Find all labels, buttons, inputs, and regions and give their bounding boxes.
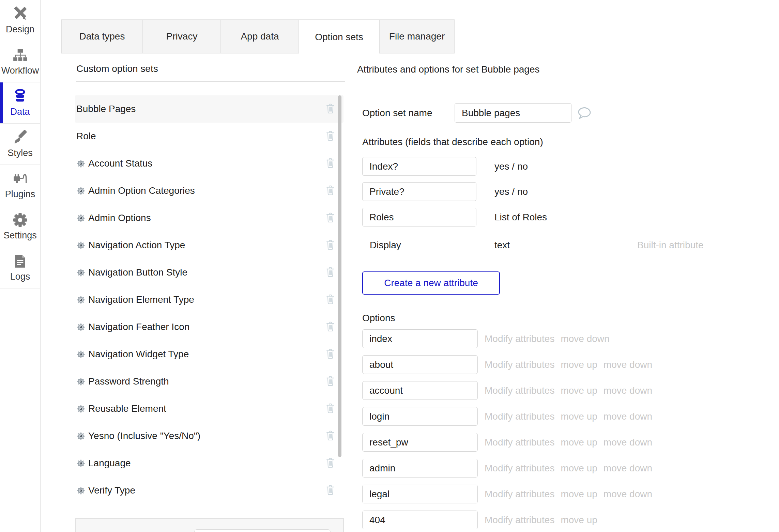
option-action-move-up[interactable]: move up bbox=[561, 437, 597, 448]
option-set-row[interactable]: Navigation Action Type bbox=[75, 232, 343, 259]
option-action-move-down[interactable]: move down bbox=[604, 385, 652, 396]
tab-privacy[interactable]: Privacy bbox=[143, 19, 221, 53]
option-action-move-up[interactable]: move up bbox=[561, 463, 597, 474]
sidebar-item-plugins[interactable]: Plugins bbox=[0, 165, 40, 206]
option-set-row[interactable]: Yesno (Inclusive "Yes/No") bbox=[75, 422, 343, 450]
sidebar-item-styles[interactable]: Styles bbox=[0, 124, 40, 165]
attribute-name-input[interactable] bbox=[362, 182, 476, 201]
trash-icon[interactable] bbox=[325, 321, 335, 333]
option-action-move-up[interactable]: move up bbox=[561, 359, 597, 370]
option-action-move-down[interactable]: move down bbox=[604, 463, 652, 474]
trash-icon[interactable] bbox=[325, 375, 335, 388]
option-set-row[interactable]: Admin Options bbox=[75, 204, 343, 232]
option-set-row[interactable]: Navigation Button Style bbox=[75, 259, 343, 286]
sidebar-item-workflow[interactable]: Workflow bbox=[0, 41, 40, 82]
gear-icon bbox=[76, 377, 86, 386]
option-action-move-up[interactable]: move up bbox=[561, 385, 597, 396]
option-action-move-down[interactable]: move down bbox=[604, 437, 652, 448]
attribute-name-label: Display bbox=[362, 240, 476, 251]
data-tab-strip: Data typesPrivacyApp dataOption setsFile… bbox=[41, 19, 779, 54]
attribute-name-input[interactable] bbox=[362, 157, 476, 176]
attribute-row: DisplaytextBuilt-in attribute bbox=[362, 236, 779, 254]
gear-icon bbox=[76, 486, 86, 495]
option-action-modify-attributes[interactable]: Modify attributes bbox=[485, 515, 554, 526]
option-value-input[interactable] bbox=[362, 485, 478, 503]
option-set-list-scrollbar[interactable] bbox=[338, 95, 341, 457]
option-action-move-down[interactable]: move down bbox=[604, 411, 652, 422]
gear-icon bbox=[76, 295, 86, 304]
attribute-row: List of Roles bbox=[362, 208, 779, 226]
trash-icon[interactable] bbox=[325, 430, 335, 442]
option-action-modify-attributes[interactable]: Modify attributes bbox=[485, 333, 554, 344]
option-value-input[interactable] bbox=[362, 329, 478, 348]
new-option-set-input[interactable] bbox=[194, 529, 331, 532]
option-action-modify-attributes[interactable]: Modify attributes bbox=[485, 489, 554, 500]
sidebar-item-settings[interactable]: Settings bbox=[0, 206, 40, 247]
option-row: Modify attributesmove upmove down bbox=[362, 381, 779, 400]
option-set-row[interactable]: Language bbox=[75, 450, 343, 477]
option-set-row[interactable]: Reusable Element bbox=[75, 395, 343, 422]
option-action-modify-attributes[interactable]: Modify attributes bbox=[485, 463, 554, 474]
option-set-row[interactable]: Admin Option Categories bbox=[75, 177, 343, 204]
design-icon bbox=[12, 6, 28, 22]
sidebar-item-design[interactable]: Design bbox=[0, 0, 40, 41]
option-action-move-down[interactable]: move down bbox=[561, 333, 609, 344]
option-action-modify-attributes[interactable]: Modify attributes bbox=[485, 411, 554, 422]
option-row: Modify attributesmove upmove down bbox=[362, 459, 779, 478]
option-actions: Modify attributesmove upmove down bbox=[485, 385, 652, 396]
option-action-move-up[interactable]: move up bbox=[561, 411, 597, 422]
attribute-row: yes / no bbox=[362, 182, 779, 201]
trash-icon[interactable] bbox=[325, 157, 335, 170]
option-action-move-up[interactable]: move up bbox=[561, 489, 597, 500]
trash-icon[interactable] bbox=[325, 130, 335, 143]
trash-icon[interactable] bbox=[325, 403, 335, 415]
option-action-modify-attributes[interactable]: Modify attributes bbox=[485, 359, 554, 370]
option-set-label: Password Strength bbox=[88, 376, 169, 387]
attribute-name-input[interactable] bbox=[362, 208, 476, 226]
tab-file-manager[interactable]: File manager bbox=[379, 19, 455, 53]
option-value-input[interactable] bbox=[362, 407, 478, 426]
create-attribute-button[interactable]: Create a new attribute bbox=[362, 271, 500, 295]
trash-icon[interactable] bbox=[325, 266, 335, 279]
sidebar-item-logs[interactable]: Logs bbox=[0, 247, 40, 288]
logs-icon bbox=[12, 253, 28, 269]
option-row: Modify attributesmove down bbox=[362, 329, 779, 348]
option-action-modify-attributes[interactable]: Modify attributes bbox=[485, 437, 554, 448]
option-action-modify-attributes[interactable]: Modify attributes bbox=[485, 385, 554, 396]
sidebar-item-label: Logs bbox=[10, 271, 30, 282]
tab-option-sets[interactable]: Option sets bbox=[299, 19, 379, 54]
trash-icon[interactable] bbox=[325, 103, 335, 115]
option-set-row[interactable]: Verify Type bbox=[75, 477, 343, 504]
trash-icon[interactable] bbox=[325, 212, 335, 224]
trash-icon[interactable] bbox=[325, 457, 335, 470]
option-set-row[interactable]: Role bbox=[75, 123, 343, 150]
option-set-row[interactable]: Bubble Pages bbox=[75, 95, 343, 123]
option-value-input[interactable] bbox=[362, 511, 478, 529]
option-set-row[interactable]: Password Strength bbox=[75, 368, 343, 395]
right-heading-rule bbox=[357, 82, 779, 82]
option-value-input[interactable] bbox=[362, 459, 478, 478]
trash-icon[interactable] bbox=[325, 294, 335, 306]
option-set-label: Navigation Button Style bbox=[88, 267, 187, 278]
comment-icon[interactable] bbox=[577, 106, 592, 123]
option-value-input[interactable] bbox=[362, 355, 478, 374]
option-actions: Modify attributesmove upmove down bbox=[485, 489, 652, 500]
option-set-row[interactable]: Navigation Element Type bbox=[75, 286, 343, 313]
sidebar-item-data[interactable]: Data bbox=[0, 82, 40, 124]
trash-icon[interactable] bbox=[325, 185, 335, 197]
option-action-move-down[interactable]: move down bbox=[604, 359, 652, 370]
trash-icon[interactable] bbox=[325, 239, 335, 252]
tab-data-types[interactable]: Data types bbox=[61, 19, 143, 53]
option-value-input[interactable] bbox=[362, 381, 478, 400]
option-value-input[interactable] bbox=[362, 433, 478, 452]
option-set-row[interactable]: Account Status bbox=[75, 150, 343, 177]
tab-app-data[interactable]: App data bbox=[221, 19, 299, 53]
trash-icon[interactable] bbox=[325, 348, 335, 361]
option-action-move-down[interactable]: move down bbox=[604, 489, 652, 500]
option-set-name-input[interactable] bbox=[455, 103, 571, 123]
option-set-label: Admin Option Categories bbox=[88, 185, 195, 196]
trash-icon[interactable] bbox=[325, 484, 335, 497]
option-action-move-up[interactable]: move up bbox=[561, 515, 597, 526]
option-set-row[interactable]: Navigation Feather Icon bbox=[75, 313, 343, 341]
option-set-row[interactable]: Navigation Widget Type bbox=[75, 341, 343, 368]
